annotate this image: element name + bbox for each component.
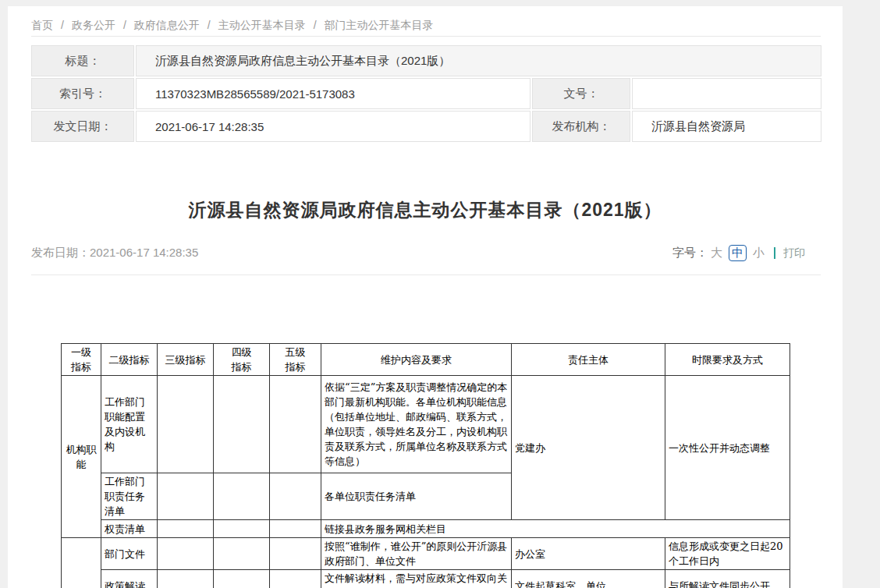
breadcrumb: 首页/政务公开/政府信息公开/主动公开基本目录/部门主动公开基本目录 <box>31 19 434 33</box>
print-button[interactable]: 打印 <box>783 246 805 260</box>
header-owner: 责任主体 <box>512 344 665 376</box>
empty-cell <box>270 376 321 473</box>
font-size-small-button[interactable]: 小 <box>753 246 765 260</box>
document-meta-table: 标题： 沂源县自然资源局政府信息主动公开基本目录（2021版） 索引号： 113… <box>31 45 821 142</box>
empty-cell <box>214 520 270 538</box>
cell-owner: 办公室 <box>512 538 665 570</box>
cell-content: 按照“谁制作，谁公开”的原则公开沂源县政府部门、单位文件 <box>321 538 512 570</box>
cell-level2: 政策解读 <box>101 570 158 588</box>
table-row: 政策解读 文件解读材料，需与对应政策文件双向关联 文件起草科室、单位 与所解读文… <box>62 570 790 588</box>
header-timing: 时限要求及方式 <box>665 344 790 376</box>
breadcrumb-separator: / <box>61 19 64 31</box>
empty-cell <box>270 570 321 588</box>
catalog-table: 一级指标 二级指标 三级指标 四级指标 五级指标 维护内容及要求 责任主体 时限… <box>61 343 790 588</box>
cell-level2: 权责清单 <box>101 520 158 538</box>
empty-cell <box>158 376 214 473</box>
vertical-divider <box>774 247 775 259</box>
meta-date-value: 2021-06-17 14:28:35 <box>136 111 530 142</box>
meta-title-label: 标题： <box>31 45 134 76</box>
page-title: 沂源县自然资源局政府信息主动公开基本目录（2021版） <box>8 198 843 222</box>
meta-agency-value: 沂源县自然资源局 <box>632 111 821 142</box>
cell-content: 依据“三定”方案及职责调整情况确定的本部门最新机构职能。各单位机构职能信息（包括… <box>321 376 512 473</box>
cell-level2: 工作部门职能配置及内设机构 <box>101 376 158 473</box>
breadcrumb-separator: / <box>208 19 211 31</box>
breadcrumb-link-gov-info-disclosure[interactable]: 政府信息公开 <box>134 19 200 31</box>
breadcrumb-separator: / <box>314 19 317 31</box>
breadcrumb-divider <box>31 36 821 37</box>
meta-docnum-value <box>632 78 821 109</box>
cell-timing: 与所解读文件同步公开 <box>665 570 790 588</box>
header-level1: 一级指标 <box>62 344 101 376</box>
empty-cell <box>158 538 214 570</box>
table-row: 权责清单 链接县政务服务网相关栏目 <box>62 520 790 538</box>
cell-content: 文件解读材料，需与对应政策文件双向关联 <box>321 570 512 588</box>
section-divider <box>31 275 821 275</box>
empty-cell <box>158 520 214 538</box>
header-level5: 五级指标 <box>270 344 321 376</box>
meta-docnum-label: 文号： <box>532 78 630 109</box>
empty-cell <box>158 473 214 520</box>
breadcrumb-link-active-disclosure-catalog[interactable]: 主动公开基本目录 <box>218 19 306 31</box>
meta-index-value: 11370323MB28565589/2021-5173083 <box>136 78 530 109</box>
cell-owner: 文件起草科室、单位 <box>512 570 665 588</box>
publish-date: 发布日期：2021-06-17 14:28:35 <box>31 246 198 260</box>
empty-cell <box>214 376 270 473</box>
empty-cell <box>158 570 214 588</box>
meta-title-value: 沂源县自然资源局政府信息主动公开基本目录（2021版） <box>136 45 821 76</box>
empty-cell <box>214 473 270 520</box>
breadcrumb-separator: / <box>123 19 126 31</box>
table-row: 部门文件 按照“谁制作，谁公开”的原则公开沂源县政府部门、单位文件 办公室 信息… <box>62 538 790 570</box>
font-size-medium-button[interactable]: 中 <box>729 245 747 261</box>
cell-content: 各单位职责任务清单 <box>321 473 512 520</box>
table-row: 机构职能 工作部门职能配置及内设机构 依据“三定”方案及职责调整情况确定的本部门… <box>62 376 790 473</box>
cell-level2: 部门文件 <box>101 538 158 570</box>
meta-agency-label: 发布机构： <box>532 111 630 142</box>
cell-timing: 一次性公开并动态调整 <box>665 376 790 520</box>
breadcrumb-link-government-affairs[interactable]: 政务公开 <box>72 19 115 31</box>
cell-level1 <box>62 538 101 588</box>
breadcrumb-link-department-catalog[interactable]: 部门主动公开基本目录 <box>325 19 434 31</box>
header-level3: 三级指标 <box>158 344 214 376</box>
breadcrumb-link-home[interactable]: 首页 <box>31 19 53 31</box>
empty-cell <box>214 538 270 570</box>
header-level2: 二级指标 <box>101 344 158 376</box>
empty-cell <box>270 473 321 520</box>
font-size-large-button[interactable]: 大 <box>711 246 722 260</box>
cell-level2: 工作部门职责任务清单 <box>101 473 158 520</box>
cell-owner: 党建办 <box>512 376 665 520</box>
empty-cell <box>214 570 270 588</box>
font-size-label: 字号： <box>672 246 708 260</box>
cell-content: 链接县政务服务网相关栏目 <box>321 520 790 538</box>
catalog-header-row: 一级指标 二级指标 三级指标 四级指标 五级指标 维护内容及要求 责任主体 时限… <box>62 344 790 376</box>
cell-level1: 机构职能 <box>62 376 101 538</box>
empty-cell <box>270 538 321 570</box>
empty-cell <box>270 520 321 538</box>
header-content: 维护内容及要求 <box>321 344 512 376</box>
meta-index-label: 索引号： <box>31 78 134 109</box>
header-level4: 四级指标 <box>214 344 270 376</box>
meta-date-label: 发文日期： <box>31 111 134 142</box>
font-size-controls: 字号： 大 中 小 打印 <box>672 245 805 261</box>
content-panel: 首页/政务公开/政府信息公开/主动公开基本目录/部门主动公开基本目录 标题： 沂… <box>8 6 843 588</box>
cell-timing: 信息形成或变更之日起20个工作日内 <box>665 538 790 570</box>
